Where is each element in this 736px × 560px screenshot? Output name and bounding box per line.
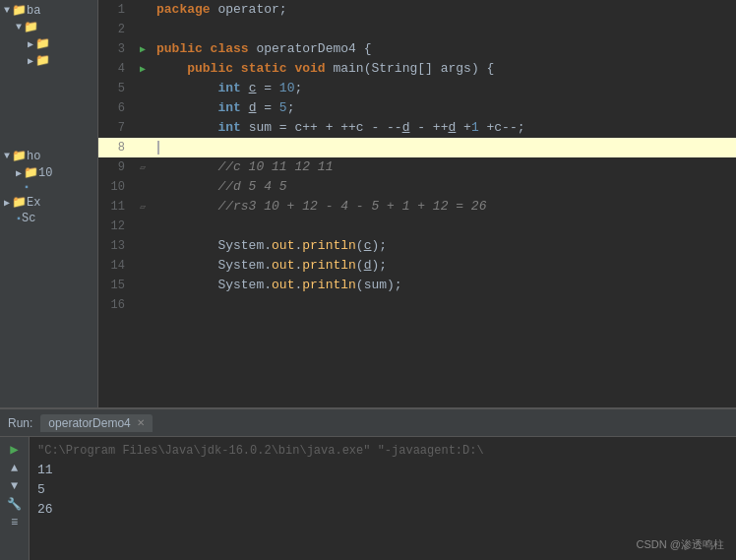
output-line-2: 5	[37, 480, 728, 500]
line-number: 15	[98, 276, 133, 295]
sidebar-item-10[interactable]: ▶ 📁 10	[0, 164, 97, 181]
line-number: 7	[98, 118, 133, 138]
run-command: "C:\Program Files\Java\jdk-16.0.2\bin\ja…	[37, 441, 728, 461]
tree-label: 10	[38, 166, 52, 180]
run-list-icon[interactable]: ≡	[11, 516, 18, 529]
table-row: 12	[98, 217, 736, 236]
line-number: 10	[98, 177, 133, 197]
tree-label: ba	[27, 4, 40, 18]
output-line-3: 26	[37, 500, 728, 520]
expand-arrow: ▶	[4, 197, 10, 209]
expand-arrow: ▶	[16, 167, 22, 179]
line-number: 2	[98, 20, 133, 39]
table-row: 16	[98, 295, 736, 315]
tree-label: ho	[27, 150, 40, 163]
sidebar-item-sub2[interactable]: ▶ 📁	[0, 35, 97, 52]
line-number: 5	[98, 79, 133, 98]
sidebar-item-ex[interactable]: ▶ 📁 Ex	[0, 194, 97, 211]
code-lines: 1 package operator; 2 3 ▶ public class o…	[98, 0, 736, 407]
line-content[interactable]: int c = 10;	[153, 79, 736, 98]
line-number: 11	[98, 197, 133, 217]
line-number: 4	[98, 59, 133, 79]
line-number: 9	[98, 157, 133, 177]
line-content[interactable]: System.out.println(sum);	[153, 276, 736, 295]
line-content[interactable]: //d 5 4 5	[153, 177, 736, 197]
run-label: Run:	[8, 416, 32, 430]
sidebar-item-file[interactable]: ▪	[0, 181, 97, 194]
sidebar-item-sub3[interactable]: ▶ 📁	[0, 52, 97, 69]
run-panel: Run: operatorDemo4 ✕ ▶ ▲ ▼ 🔧 ≡ "C:\Progr…	[0, 407, 736, 560]
table-row: 1 package operator;	[98, 0, 736, 20]
line-content[interactable]: int d = 5;	[153, 98, 736, 118]
table-row: 14 System.out.println(d);	[98, 256, 736, 276]
line-number: 6	[98, 98, 133, 118]
table-row: 11 ▱ //rs3 10 + 12 - 4 - 5 + 1 + 12 = 26	[98, 197, 736, 217]
run-arrow-icon[interactable]: ▶	[140, 63, 146, 75]
run-play-button[interactable]: ▶	[10, 441, 18, 458]
run-tab-name: operatorDemo4	[48, 416, 130, 430]
line-gutter	[133, 20, 153, 39]
sidebar-item-sub1[interactable]: ▼ 📁	[0, 19, 97, 35]
run-down-button[interactable]: ▼	[11, 479, 18, 493]
sidebar-item-ho[interactable]: ▼ 📁 ho	[0, 148, 97, 164]
line-content[interactable]: System.out.println(c);	[153, 236, 736, 256]
watermark: CSDN @渗透鸣柱	[637, 537, 724, 552]
line-content[interactable]	[153, 20, 736, 39]
table-row: 2	[98, 20, 736, 39]
table-row: 6 int d = 5;	[98, 98, 736, 118]
output-line-1: 11	[37, 461, 728, 480]
folder-icon: 📁	[24, 165, 38, 180]
line-gutter	[133, 217, 153, 236]
cursor	[157, 141, 159, 155]
line-content[interactable]	[153, 138, 736, 157]
expand-arrow: ▶	[28, 55, 33, 67]
line-gutter	[133, 177, 153, 197]
expand-arrow: ▶	[28, 38, 33, 50]
line-content[interactable]	[153, 295, 736, 315]
tree-label: Ex	[27, 196, 40, 210]
run-body: ▶ ▲ ▼ 🔧 ≡ "C:\Program Files\Java\jdk-16.…	[0, 437, 736, 560]
run-output: "C:\Program Files\Java\jdk-16.0.2\bin\ja…	[30, 437, 736, 560]
table-row: 13 System.out.println(c);	[98, 236, 736, 256]
line-content[interactable]: public class operatorDemo4 {	[153, 39, 736, 59]
line-gutter	[133, 79, 153, 98]
line-gutter: ▶	[133, 39, 153, 59]
line-content[interactable]: //rs3 10 + 12 - 4 - 5 + 1 + 12 = 26	[153, 197, 736, 217]
expand-arrow: ▼	[4, 5, 10, 16]
line-content[interactable]: int sum = c++ + ++c - --d - ++d +1 +c--;	[153, 118, 736, 138]
line-gutter	[133, 256, 153, 276]
line-number: 13	[98, 236, 133, 256]
tree-label: Sc	[22, 212, 35, 225]
line-gutter	[133, 138, 153, 157]
bookmark-icon: ▱	[140, 161, 146, 173]
folder-icon: 📁	[35, 53, 50, 68]
run-tab-close-icon[interactable]: ✕	[137, 417, 145, 428]
sidebar-item-sc[interactable]: ▪ Sc	[0, 211, 97, 226]
line-gutter: ▱	[133, 157, 153, 177]
table-row: 4 ▶ public static void main(String[] arg…	[98, 59, 736, 79]
run-tab[interactable]: operatorDemo4 ✕	[40, 414, 152, 432]
line-gutter	[133, 98, 153, 118]
run-settings-icon[interactable]: 🔧	[7, 497, 22, 512]
run-up-button[interactable]: ▲	[11, 462, 18, 475]
expand-arrow: ▼	[4, 151, 10, 161]
file-tree: ▼ 📁 ba ▼ 📁 ▶ 📁 ▶ 📁 ▼ 📁 ho ▶ 📁 10 ▪	[0, 0, 98, 407]
line-content[interactable]: public static void main(String[] args) {	[153, 59, 736, 79]
line-content[interactable]: System.out.println(d);	[153, 256, 736, 276]
run-header: Run: operatorDemo4 ✕	[0, 409, 736, 437]
line-number: 1	[98, 0, 133, 20]
line-content[interactable]	[153, 217, 736, 236]
line-gutter	[133, 295, 153, 315]
line-gutter: ▶	[133, 59, 153, 79]
folder-icon: 📁	[12, 3, 27, 18]
line-gutter	[133, 276, 153, 295]
line-content[interactable]: //c 10 11 12 11	[153, 157, 736, 177]
table-row: 8	[98, 138, 736, 157]
run-arrow-icon[interactable]: ▶	[140, 43, 146, 55]
line-content[interactable]: package operator;	[153, 0, 736, 20]
sidebar-item-ba[interactable]: ▼ 📁 ba	[0, 2, 97, 19]
folder-icon: 📁	[12, 149, 27, 163]
table-row: 10 //d 5 4 5	[98, 177, 736, 197]
line-number: 12	[98, 217, 133, 236]
table-row: 7 int sum = c++ + ++c - --d - ++d +1 +c-…	[98, 118, 736, 138]
